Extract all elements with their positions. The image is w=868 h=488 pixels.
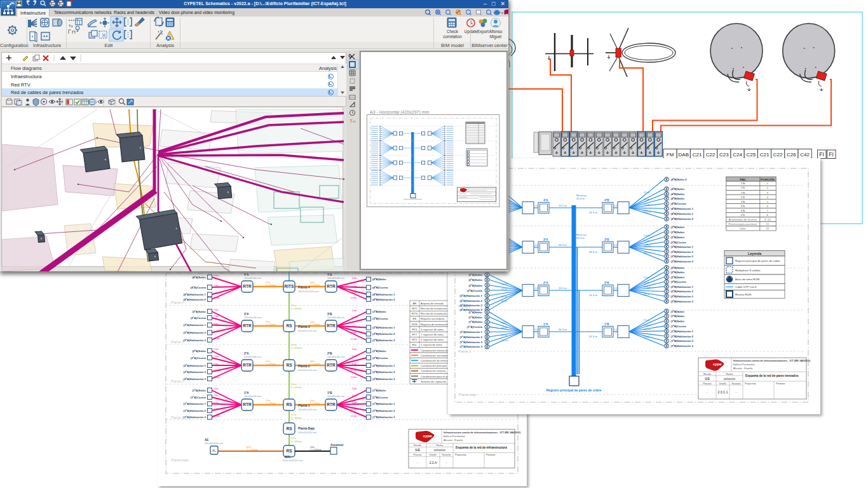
svg-text:(1ºB)Habitación 1: (1ºB)Habitación 1 <box>372 402 395 405</box>
svg-text:Planta 3: Planta 3 <box>298 325 310 329</box>
svg-text:25.3 m: 25.3 m <box>576 197 585 200</box>
svg-text:2ºA: 2ºA <box>244 352 249 355</box>
svg-text:(2ºB)Salón: (2ºB)Salón <box>372 349 386 353</box>
svg-text:Roc: Roc <box>412 343 417 346</box>
svg-text:5.9m...: 5.9m... <box>214 309 220 311</box>
svg-text:(2ºB)Habitación 1: (2ºB)Habitación 1 <box>372 364 395 367</box>
svg-text:Planta Baja: Planta Baja <box>298 427 315 430</box>
svg-text:A3 - Horizontal (420x297) mm: A3 - Horizontal (420x297) mm <box>370 110 430 115</box>
svg-text:(4ºA)Habitación 1: (4ºA)Habitación 1 <box>184 293 207 296</box>
svg-text:(4ºB)Salón: (4ºB)Salón <box>671 187 685 191</box>
svg-text:RITS: RITS <box>285 284 294 288</box>
svg-text:9.1 m: 9.1 m <box>644 240 649 242</box>
svg-text:6.3m...: 6.3m... <box>352 395 358 397</box>
svg-text:12.5 m: 12.5 m <box>644 245 651 247</box>
svg-text:1 x 100mm: 1 x 100mm <box>291 417 302 419</box>
svg-text:(3ºB)Salón: (3ºB)Salón <box>372 310 386 313</box>
svg-text:4ºB: 4ºB <box>740 214 745 217</box>
svg-text:450x450x150 mm: 450x450x150 mm <box>298 330 316 332</box>
svg-text:4ºB: 4ºB <box>604 199 609 202</box>
svg-text:(3ºB)Salón: (3ºB)Salón <box>671 236 685 239</box>
svg-text:RS: RS <box>286 363 292 367</box>
svg-text:400x400x600 mm: 400x400x600 mm <box>205 442 223 445</box>
svg-text:(2ºB)Habitación 3: (2ºB)Habitación 3 <box>671 295 694 298</box>
svg-text:3ºA: 3ºA <box>244 313 249 316</box>
svg-text:10.3m...: 10.3m... <box>351 369 358 372</box>
svg-text:3ºB: 3ºB <box>327 313 332 316</box>
svg-text:(1ºA)Habitación 3: (1ºA)Habitación 3 <box>460 341 483 344</box>
svg-text:(1ºB)Salón: (1ºB)Salón <box>372 389 386 392</box>
svg-text:xx/xxx/xx: xx/xxx/xx <box>724 377 736 381</box>
svg-text:Canalización de enlace: Canalización de enlace <box>421 359 449 362</box>
svg-text:7.9m...: 7.9m... <box>214 285 220 287</box>
svg-text:Planta 1: Planta 1 <box>458 349 471 353</box>
svg-text:15.3 m: 15.3 m <box>559 287 567 290</box>
svg-text:(1ºA)Habitación 1: (1ºA)Habitación 1 <box>184 402 207 405</box>
svg-text:(2ºA)Cocina: (2ºA)Cocina <box>467 289 483 292</box>
svg-text:51.9 m: 51.9 m <box>644 286 651 288</box>
svg-text:500x600x80 mm: 500x600x80 mm <box>244 316 261 319</box>
svg-text:(1ºA)Habitación 3: (1ºA)Habitación 3 <box>184 416 207 419</box>
svg-text:POSICIÓN: POSICIÓN <box>761 178 774 181</box>
svg-text:30.0 m: 30.0 m <box>644 252 651 254</box>
svg-text:6.3m...: 6.3m... <box>352 285 358 288</box>
svg-text:RTR: RTR <box>243 363 252 367</box>
svg-text:(4ºB)Cocina: (4ºB)Cocina <box>372 286 388 289</box>
svg-text:Canalización principal: Canalización principal <box>421 364 447 367</box>
svg-text:(3ºB)Cocina: (3ºB)Cocina <box>671 241 687 244</box>
svg-text:(4ºB)Salón: (4ºB)Salón <box>372 278 386 281</box>
svg-text:9.9m...: 9.9m... <box>214 292 220 295</box>
svg-text:12.3m...: 12.3m... <box>351 376 358 379</box>
svg-text:RS: RS <box>286 402 292 407</box>
svg-text:(1ºA)Cocina: (1ºA)Cocina <box>191 396 207 399</box>
svg-text:5.6 m: 5.6 m <box>291 383 297 386</box>
svg-text:Proceso: Proceso <box>703 383 711 385</box>
svg-text:(4ºA)Cocina: (4ºA)Cocina <box>191 286 207 289</box>
svg-text:1 x 100mm: 1 x 100mm <box>291 308 302 310</box>
svg-text:5.9m...: 5.9m... <box>214 348 220 351</box>
svg-text:Leyenda: Leyenda <box>748 252 761 255</box>
svg-text:Planta 4: Planta 4 <box>171 301 184 304</box>
svg-text:FM: FM <box>667 152 674 158</box>
svg-text:4ºA: 4ºA <box>740 209 745 212</box>
svg-text:Planta 2: Planta 2 <box>298 365 310 368</box>
svg-text:(1ºA)Salón: (1ºA)Salón <box>192 389 206 392</box>
svg-text:2ºB: 2ºB <box>327 352 332 355</box>
svg-text:AE: AE <box>205 438 208 442</box>
svg-text:500x600x80 mm: 500x600x80 mm <box>244 277 261 280</box>
svg-text:13.9m...: 13.9m... <box>214 415 221 417</box>
svg-text:cype: cype <box>713 362 722 366</box>
svg-text:4.3m...: 4.3m... <box>352 348 358 351</box>
svg-text:10.3m...: 10.3m... <box>351 408 358 410</box>
svg-text:Planta 4: Planta 4 <box>298 286 310 289</box>
svg-text:Export: Export <box>477 29 489 34</box>
svg-text:(2ºA)Habitación 1: (2ºA)Habitación 1 <box>184 364 207 367</box>
svg-text:Esquema de la red de pares tre: Esquema de la red de pares trenzados <box>745 374 799 377</box>
svg-text:12.5 m: 12.5 m <box>501 339 508 342</box>
svg-text:1ºB: 1ºB <box>327 391 332 395</box>
svg-text:(3ºA)Habitación 1: (3ºA)Habitación 1 <box>184 323 207 327</box>
svg-text:C22: C22 <box>706 152 715 158</box>
svg-text:Revisión: Revisión <box>732 383 741 385</box>
svg-text:Cable UTP Cat-6: Cable UTP Cat-6 <box>735 285 757 288</box>
svg-text:(3ºA)Habitación 2: (3ºA)Habitación 2 <box>184 331 207 334</box>
svg-text:(1ºA)Habitación 3: (1ºA)Habitación 3 <box>460 345 483 348</box>
svg-text:Arqueta de entrada: Arqueta de entrada <box>421 302 444 305</box>
svg-text:RTR: RTR <box>327 284 336 288</box>
svg-text:2 registros de toma: 2 registros de toma <box>421 338 444 341</box>
svg-text:6.3m...: 6.3m... <box>352 316 358 319</box>
svg-text:4ºB: 4ºB <box>327 273 332 276</box>
svg-text:(1ºB)Habitación 1: (1ºB)Habitación 1 <box>671 330 694 333</box>
svg-text:(4ºB)Habitación 2: (4ºB)Habitación 2 <box>372 298 395 301</box>
svg-text:Planta baja: Planta baja <box>459 393 477 396</box>
svg-text:xx/xxx/xx: xx/xxx/xx <box>434 449 446 452</box>
svg-text:1 x 32mm: 1 x 32mm <box>310 402 320 405</box>
svg-text:(1ºA)Habitación 1: (1ºA)Habitación 1 <box>460 330 483 334</box>
svg-text:Sistema de captación: Sistema de captación <box>421 380 447 383</box>
svg-text:5.6 m: 5.6 m <box>291 344 297 346</box>
svg-text:Acometidas de reserva: Acometidas de reserva <box>729 218 757 221</box>
svg-text:500x600x80 mm: 500x600x80 mm <box>327 356 344 358</box>
svg-text:Esquema de la red de infraestr: Esquema de la red de infraestructura <box>456 446 507 449</box>
svg-text:1 x 100mm: 1 x 100mm <box>247 449 258 451</box>
svg-text:Alfonso: Alfonso <box>489 29 503 34</box>
